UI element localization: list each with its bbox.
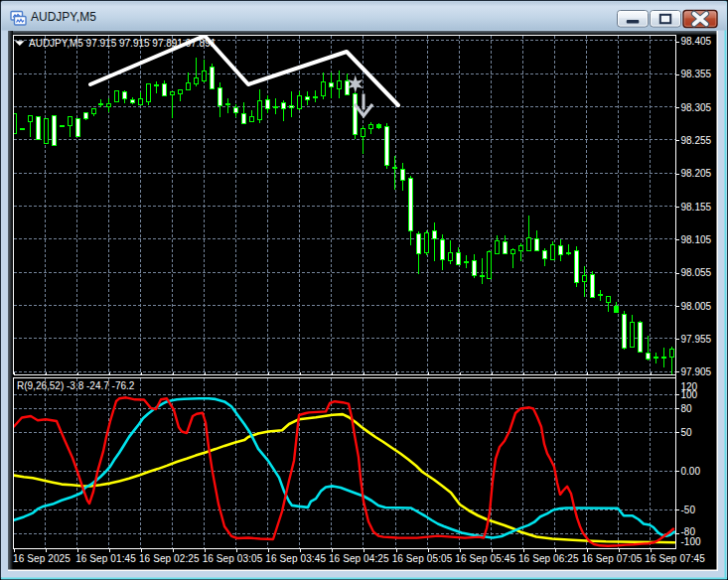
svg-text:98.255: 98.255 <box>681 135 712 146</box>
svg-text:100: 100 <box>681 389 698 400</box>
svg-text:-50: -50 <box>681 505 696 515</box>
svg-text:16 Sep 03:05: 16 Sep 03:05 <box>203 553 263 564</box>
svg-text:97.955: 97.955 <box>681 334 712 345</box>
svg-text:16 Sep 07:45: 16 Sep 07:45 <box>645 553 705 564</box>
svg-text:16 Sep 02:25: 16 Sep 02:25 <box>139 553 200 564</box>
svg-text:16 Sep 06:25: 16 Sep 06:25 <box>518 553 579 564</box>
svg-text:98.205: 98.205 <box>681 168 712 179</box>
svg-text:50: 50 <box>681 427 693 438</box>
svg-text:16 Sep 01:45: 16 Sep 01:45 <box>75 553 136 564</box>
svg-text:16 Sep 05:05: 16 Sep 05:05 <box>392 553 453 564</box>
svg-text:80: 80 <box>681 403 693 414</box>
svg-text:16 Sep 04:25: 16 Sep 04:25 <box>329 553 389 564</box>
svg-text:98.055: 98.055 <box>681 267 712 278</box>
svg-text:16 Sep 03:45: 16 Sep 03:45 <box>265 553 326 564</box>
svg-text:R(9,26,52) -3.8 -24.7 -76.2: R(9,26,52) -3.8 -24.7 -76.2 <box>17 380 135 391</box>
svg-text:16 Sep 07:05: 16 Sep 07:05 <box>582 553 643 564</box>
svg-text:98.355: 98.355 <box>681 69 712 79</box>
svg-text:AUDJPY,M5: AUDJPY,M5 <box>31 10 96 24</box>
svg-text:98.005: 98.005 <box>681 301 712 312</box>
svg-text:-100: -100 <box>681 536 701 547</box>
svg-text:98.155: 98.155 <box>681 202 712 213</box>
svg-text:-80: -80 <box>681 526 696 537</box>
svg-text:16 Sep 2025: 16 Sep 2025 <box>13 553 71 564</box>
svg-text:98.305: 98.305 <box>681 102 712 113</box>
svg-text:98.105: 98.105 <box>681 234 712 245</box>
svg-text:98.405: 98.405 <box>681 36 712 47</box>
svg-text:0.00: 0.00 <box>681 466 701 477</box>
svg-text:16 Sep 05:45: 16 Sep 05:45 <box>455 553 515 564</box>
svg-text:97.905: 97.905 <box>681 366 712 377</box>
